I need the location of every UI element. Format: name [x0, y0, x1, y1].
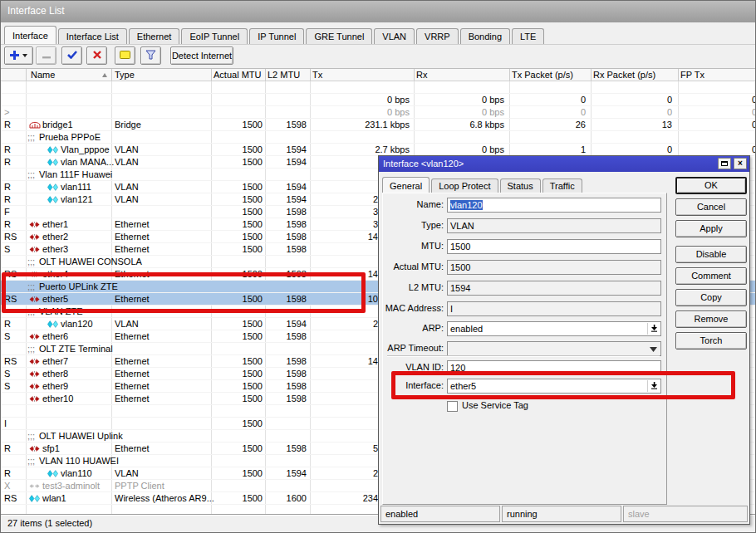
dropdown-button[interactable] — [647, 343, 660, 355]
torch-button[interactable]: Torch — [675, 332, 747, 350]
comment-button[interactable]: Comment — [675, 267, 747, 285]
column-header-type[interactable]: Type — [115, 70, 135, 80]
tab-vrrp[interactable]: VRRP — [416, 28, 459, 44]
interface-field[interactable]: ether5 — [447, 379, 661, 394]
cell-rxp: 0 — [667, 144, 672, 156]
tab-gre-tunnel[interactable]: GRE Tunnel — [306, 28, 372, 44]
cell-l2mtu: 1598 — [287, 330, 307, 343]
cell-fp: 0 — [752, 119, 755, 131]
tab-vlan[interactable]: VLAN — [374, 28, 415, 44]
row-flag: RS — [4, 293, 17, 306]
comment-marker: ;;; — [27, 306, 35, 318]
cell-amtu: 1500 — [243, 231, 263, 243]
table-row[interactable]: >0 bps0 bps000 — [1, 106, 755, 119]
name-field[interactable]: vlan120 — [447, 198, 661, 213]
column-header-tx-packet-p-s[interactable]: Tx Packet (p/s) — [512, 70, 573, 80]
column-header-fp-tx[interactable]: FP Tx — [680, 70, 704, 80]
remove-button[interactable]: Remove — [675, 311, 747, 328]
tab-ip-tunnel[interactable]: IP Tunnel — [249, 28, 304, 44]
cell-comment: Prueba PPPoE — [39, 131, 101, 144]
row-flag: S — [4, 243, 10, 256]
dialog-tab-status[interactable]: Status — [500, 178, 541, 193]
arp-timeout-field — [447, 341, 661, 356]
remove-button[interactable] — [36, 46, 56, 65]
header-gridline — [265, 69, 266, 81]
table-row[interactable]: Rbridge1Bridge15001598231.1 kbps6.8 kbps… — [1, 119, 755, 131]
cell-rx: 0 bps — [482, 106, 504, 119]
cell-amtu: 1500 — [243, 156, 263, 169]
column-header-rx-packet-p-s[interactable]: Rx Packet (p/s) — [593, 70, 655, 80]
column-header-l2-mtu[interactable]: L2 MTU — [268, 70, 300, 80]
use-service-tag-checkbox[interactable] — [447, 401, 458, 412]
enable-button[interactable] — [61, 46, 82, 65]
cell-type: Ethernet — [115, 243, 150, 256]
cell-amtu: 1500 — [243, 355, 263, 368]
copy-button[interactable]: Copy — [675, 289, 747, 306]
ethernet-icon — [29, 445, 40, 452]
tab-interface-list[interactable]: Interface List — [58, 28, 127, 44]
dialog-tab-general[interactable]: General — [382, 177, 430, 193]
ethernet-icon — [29, 246, 40, 253]
cell-type: VLAN — [115, 193, 139, 206]
cell-tx: 234 — [363, 492, 378, 505]
column-header-actual-mtu[interactable]: Actual MTU — [214, 70, 261, 80]
cell-tx: 0 bps — [387, 106, 410, 119]
table-row[interactable]: RVlan_pppoeVLAN150015942.7 kbps0 bps100 — [1, 144, 755, 156]
column-header-name[interactable]: Name — [31, 70, 55, 80]
row-flag: RS — [4, 355, 17, 368]
cell-amtu: 1500 — [243, 492, 263, 505]
dropdown-button[interactable] — [647, 323, 660, 335]
apply-button[interactable]: Apply — [675, 220, 747, 237]
dropdown-button[interactable] — [647, 380, 660, 392]
vlan-id-field[interactable]: 120 — [447, 360, 661, 375]
add-button[interactable] — [4, 46, 33, 65]
cancel-button[interactable]: Cancel — [675, 198, 747, 216]
table-row[interactable] — [1, 81, 755, 94]
dialog-titlebar[interactable]: Interface <vlan120> × — [379, 156, 749, 172]
cell-tx: 14 — [368, 355, 378, 368]
cell-l2mtu: 1594 — [287, 193, 307, 206]
comment-button[interactable] — [115, 46, 135, 65]
tab-eoip-tunnel[interactable]: EoIP Tunnel — [181, 28, 248, 44]
interface-label: Interface: — [382, 379, 444, 393]
tab-lte[interactable]: LTE — [512, 28, 544, 44]
filter-button[interactable] — [140, 46, 161, 65]
mac-address-field: I — [447, 301, 661, 316]
dialog-close-button[interactable]: × — [734, 158, 747, 169]
tab-bonding[interactable]: Bonding — [460, 28, 510, 44]
combo-arrow-icon — [650, 322, 658, 335]
ok-button[interactable]: OK — [675, 177, 747, 194]
actual-mtu-label: Actual MTU: — [382, 260, 444, 274]
comment-row[interactable]: ;;;Prueba PPPoE — [1, 131, 755, 144]
column-header-rx[interactable]: Rx — [416, 70, 427, 80]
tab-ethernet[interactable]: Ethernet — [129, 28, 180, 44]
cell-name: sfp1 — [42, 443, 60, 455]
cell-l2mtu: 1598 — [287, 119, 307, 131]
table-row[interactable]: 0 bps0 bps000 — [1, 94, 755, 106]
tab-interface[interactable]: Interface — [4, 26, 56, 44]
vlan-icon — [47, 159, 58, 166]
use-service-tag-label: Use Service Tag — [462, 400, 528, 410]
cell-name: vlan111 — [61, 181, 91, 193]
row-flag: R — [4, 193, 11, 206]
column-header-tx[interactable]: Tx — [312, 70, 322, 80]
cell-name: wlan1 — [42, 492, 66, 505]
dialog-tab-loop-protect[interactable]: Loop Protect — [431, 178, 498, 193]
detect-internet-button[interactable]: Detect Internet — [170, 46, 233, 65]
disable-button[interactable]: Disable — [675, 246, 747, 263]
cell-name: test3-adminolt — [42, 480, 100, 492]
cell-name: ether4 — [42, 268, 68, 281]
table-header[interactable]: NameTypeActual MTUL2 MTUTxRxTx Packet (p… — [1, 68, 755, 81]
ethernet-icon — [29, 395, 40, 403]
dialog-tab-traffic[interactable]: Traffic — [542, 178, 582, 193]
disable-button[interactable] — [86, 46, 107, 65]
check-icon — [67, 51, 77, 61]
cell-rxp: 13 — [662, 119, 672, 131]
mtu-field[interactable]: 1500 — [447, 239, 661, 254]
dialog-maximize-button[interactable] — [718, 158, 731, 169]
cell-type: VLAN — [115, 318, 139, 330]
type-label: Type: — [382, 218, 444, 232]
ethernet-icon — [29, 383, 40, 390]
window-titlebar[interactable]: Interface List — [1, 1, 755, 22]
arp-field[interactable]: enabled — [447, 321, 661, 336]
